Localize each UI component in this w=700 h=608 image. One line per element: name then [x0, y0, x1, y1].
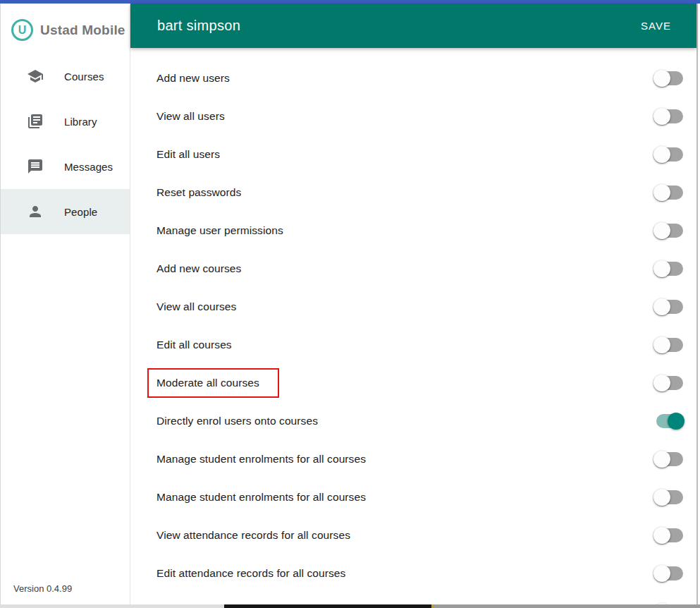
permission-label: Manage user permissions — [156, 224, 283, 237]
sidebar-item-people[interactable]: People — [1, 189, 130, 234]
version-label: Version 0.4.99 — [13, 583, 72, 594]
permission-label: Directly enrol users onto courses — [156, 415, 318, 427]
permission-label: View all courses — [156, 300, 236, 313]
permission-row: View attendance records for all courses — [130, 516, 696, 554]
permission-row: Add new courses — [130, 250, 696, 288]
sidebar-item-label: Courses — [64, 71, 104, 83]
permission-toggle-off[interactable] — [653, 70, 684, 87]
toggle-knob-icon — [653, 260, 670, 277]
permission-row: Reset passwords — [130, 174, 696, 212]
toggle-knob-icon — [653, 336, 670, 353]
toggle-knob-icon — [653, 146, 670, 163]
permission-row: Edit all users — [130, 135, 696, 174]
sidebar-item-courses[interactable]: Courses — [1, 54, 130, 99]
permission-toggle-off[interactable] — [653, 375, 684, 391]
permission-label: Edit all courses — [156, 339, 232, 351]
permission-row: View all users — [130, 97, 696, 135]
person-icon — [27, 203, 44, 220]
toggle-knob-icon — [653, 222, 670, 239]
permission-label: Add new courses — [156, 262, 241, 275]
toggle-knob-icon — [653, 489, 670, 506]
library-books-icon — [27, 113, 44, 130]
app-logo: U Ustad Mobile — [1, 4, 130, 44]
sidebar-item-label: Messages — [64, 161, 113, 173]
permission-row: Moderate all courses — [130, 364, 696, 402]
permission-label: Edit all users — [156, 148, 220, 161]
permission-row: Manage user permissions — [130, 212, 696, 250]
permission-toggle-off[interactable] — [653, 489, 684, 506]
main-panel: bart simpson SAVE Add new users View all… — [130, 4, 696, 604]
brand-name: Ustad Mobile — [40, 23, 125, 38]
background-window-edge — [224, 604, 431, 608]
permission-row: View all courses — [130, 288, 696, 326]
permission-row: Edit all courses — [130, 326, 696, 364]
sidebar-item-library[interactable]: Library — [1, 99, 130, 144]
ustad-logo-icon: U — [11, 19, 33, 41]
permission-label: Reset passwords — [156, 186, 241, 199]
sidebar-item-messages[interactable]: Messages — [1, 144, 130, 189]
toggle-knob-icon — [653, 184, 670, 201]
sidebar: U Ustad Mobile Courses Library Messages … — [1, 4, 130, 604]
permission-toggle-off[interactable] — [653, 222, 684, 239]
permission-toggle-off[interactable] — [653, 298, 684, 315]
permission-toggle-off[interactable] — [653, 184, 684, 201]
toggle-knob-icon — [668, 413, 684, 430]
app-window: U Ustad Mobile Courses Library Messages … — [0, 4, 698, 604]
permission-row — [130, 592, 696, 604]
toggle-knob-icon — [653, 451, 670, 468]
permission-row: Manage student enrolments for all course… — [130, 440, 696, 478]
sidebar-nav: Courses Library Messages People — [1, 54, 130, 234]
permission-label: Add new users — [156, 72, 230, 85]
appbar: bart simpson SAVE — [130, 4, 696, 48]
permission-toggle-off[interactable] — [653, 527, 684, 544]
permission-toggle-off[interactable] — [653, 108, 684, 125]
permission-label: Manage student enrolments for all course… — [156, 491, 366, 504]
toggle-knob-icon — [653, 108, 670, 125]
sidebar-item-label: Library — [64, 116, 97, 128]
toggle-knob-icon — [653, 527, 670, 544]
message-icon — [27, 158, 44, 175]
permissions-list: Add new users View all users Edit all us… — [130, 48, 696, 604]
permission-label: View all users — [156, 110, 225, 123]
permission-label-highlighted: Moderate all courses — [147, 368, 279, 398]
permission-label: Manage student enrolments for all course… — [156, 453, 366, 466]
permission-row: Edit attendance records for all courses — [130, 554, 696, 592]
permission-row: Add new users — [130, 59, 696, 97]
toggle-knob-icon — [653, 565, 670, 582]
sidebar-item-label: People — [64, 206, 97, 218]
permission-toggle-off[interactable] — [653, 451, 684, 468]
background-taskbar-edge — [434, 604, 700, 608]
toggle-knob-icon — [653, 70, 670, 87]
permission-toggle-on[interactable] — [653, 413, 684, 430]
permission-toggle-off[interactable] — [653, 260, 684, 277]
toggle-knob-icon — [653, 375, 670, 391]
window-bottom-edge-left — [0, 604, 224, 608]
toggle-knob-icon — [653, 298, 670, 315]
permission-row: Manage student enrolments for all course… — [130, 478, 696, 516]
permission-toggle-off[interactable] — [653, 336, 684, 353]
permission-row: Directly enrol users onto courses — [130, 402, 696, 440]
permission-label: Edit attendance records for all courses — [156, 567, 345, 580]
graduation-cap-icon — [27, 68, 44, 85]
permission-toggle-off[interactable] — [653, 146, 684, 163]
permission-toggle-off[interactable] — [653, 565, 684, 582]
save-button[interactable]: SAVE — [631, 13, 681, 38]
permission-label: View attendance records for all courses — [156, 529, 350, 542]
page-title: bart simpson — [157, 18, 631, 34]
